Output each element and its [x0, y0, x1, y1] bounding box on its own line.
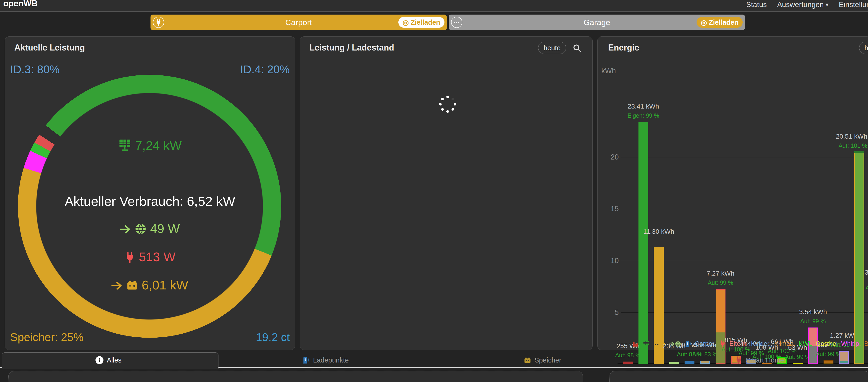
- clipped-bar-aut: A: [865, 285, 868, 291]
- plug-icon: [735, 356, 742, 364]
- plug-icon: [124, 252, 135, 263]
- y-tick-label: 10: [602, 256, 619, 265]
- battery-icon: [126, 279, 138, 291]
- energy-bar-chart: 5101520255 WhAut: 98 %23.41 kWhEigen: 99…: [597, 37, 868, 364]
- legend-label[interactable]: Carpor.: [695, 340, 716, 347]
- brand-logo[interactable]: openWB: [3, 0, 38, 8]
- spinner-dot: [446, 96, 449, 98]
- vehicle-soc-id4: ID.4: 20%: [240, 63, 290, 76]
- bar-value-label: 3.54 kWh: [799, 308, 827, 316]
- vehicle-soc-id3: ID.3: 80%: [10, 63, 60, 76]
- spinner-dot: [451, 108, 455, 111]
- legend-label[interactable]: Eltern.: [730, 340, 748, 347]
- bullseye-icon: ◎: [403, 18, 409, 27]
- bar-cap: [855, 151, 864, 153]
- y-tick-label: 20: [602, 153, 619, 162]
- chargepoint-name: Carport: [285, 18, 312, 27]
- spinner-dot: [441, 97, 444, 101]
- clipped-bar-value: 3.: [865, 269, 868, 276]
- energy-legend: Carpor.Eltern.Kinder.Klimaa.KWLGasthe.Wh…: [632, 340, 868, 347]
- y-tick-label: 15: [602, 205, 619, 213]
- solar-panel-icon: [118, 138, 132, 152]
- bar-aut-label: Aut: 99 %: [800, 318, 826, 325]
- grid-import-row: 49 W: [5, 221, 295, 236]
- chargemode-badge[interactable]: ◎ Zielladen: [398, 17, 444, 28]
- tab-label: Smart Home: [746, 356, 784, 364]
- bar-value-label: 23.41 kWh: [628, 103, 659, 110]
- energy-bar-pv[interactable]: [639, 122, 648, 364]
- tab-label: Speicher: [534, 356, 561, 364]
- legend-label[interactable]: Kinder.: [751, 340, 771, 347]
- battery-soc-label: Speicher: 25%: [10, 331, 84, 344]
- navbar: openWB StatusAuswertungen▾Einstellungen: [0, 0, 868, 12]
- nav-item-status[interactable]: Status: [746, 0, 767, 9]
- plug-icon[interactable]: [153, 17, 164, 28]
- tab-label: Ladepunkte: [313, 356, 349, 364]
- tab-smart-home[interactable]: Smart Home: [651, 353, 868, 368]
- chargemode-badge[interactable]: ◎ Zielladen: [696, 17, 743, 28]
- energy-card: Energie heute kWh 5101520255 WhAut: 98 %…: [597, 36, 868, 350]
- legend-charging-icon[interactable]: [685, 340, 692, 347]
- electricity-price-label: 19.2 ct: [256, 331, 290, 344]
- bar-aut-label: Aut: 101 %: [839, 142, 867, 149]
- pv-power-row: 7,24 kW: [5, 138, 295, 153]
- spinner-dot: [451, 97, 455, 101]
- arrow-right-icon: [112, 280, 123, 291]
- search-icon[interactable]: [572, 44, 582, 53]
- bar-value-label: 20.51 kWh: [836, 133, 867, 140]
- y-tick-label: 5: [602, 308, 619, 317]
- spinner-dot: [441, 108, 444, 111]
- energy-bar-speicher-ladung[interactable]: [855, 152, 864, 364]
- chargepoint-name: Garage: [584, 18, 610, 27]
- loading-spinner: [438, 94, 457, 114]
- chevron-down-icon: ▾: [826, 1, 829, 8]
- legend-label[interactable]: Gasthe.: [815, 340, 838, 347]
- nav-item-auswertungen[interactable]: Auswertungen▾: [777, 0, 829, 9]
- legend-solar-icon[interactable]: [643, 340, 650, 347]
- spinner-dot: [439, 103, 442, 105]
- tab-speicher[interactable]: Speicher: [434, 353, 651, 368]
- legend-label[interactable]: BLWSn: [864, 340, 868, 347]
- tab-label: Alles: [107, 356, 122, 364]
- chargepoint-pill-garage[interactable]: ... Garage ◎ Zielladen: [449, 14, 745, 30]
- next-card-stub-left: [8, 371, 583, 382]
- consumption-row: Aktueller Verbrauch: 6,52 kW: [5, 194, 295, 209]
- chargemode-label: Zielladen: [709, 19, 738, 26]
- gridline: [621, 157, 868, 158]
- ellipsis-icon[interactable]: ...: [451, 17, 462, 28]
- bar-value-label: 1.27 kWh: [830, 332, 858, 339]
- bar-value-label: 7.27 kWh: [707, 270, 734, 277]
- legend-globe-in-icon[interactable]: [669, 341, 681, 347]
- legend-label[interactable]: Whirlp.: [841, 340, 861, 347]
- chargepoint-pill-row: Carport ◎ Zielladen ... Garage ◎ Ziellad…: [151, 14, 745, 30]
- card-title: Leistung / Ladestand: [309, 43, 394, 53]
- openwb-dashboard: openWB StatusAuswertungen▾Einstellungen …: [0, 0, 868, 382]
- chargemode-label: Zielladen: [411, 19, 440, 26]
- info-icon: i: [95, 356, 103, 364]
- battery-charge-row: 6,01 kW: [5, 278, 295, 292]
- spinner-dot: [446, 110, 449, 113]
- bar-aut-label: Aut: 99 %: [708, 279, 733, 286]
- nav-menu: StatusAuswertungen▾Einstellungen: [746, 0, 868, 9]
- battery-icon: [524, 356, 531, 364]
- bar-aut-label: Eigen: 99 %: [627, 112, 659, 119]
- card-title: Aktuelle Leistung: [14, 43, 85, 53]
- dashboard-tabbar: iAllesLadepunkteSpeicherSmart Home: [0, 353, 868, 368]
- tab-ladepunkte[interactable]: Ladepunkte: [217, 353, 434, 368]
- power-soc-chart-card: Leistung / Ladestand heute: [300, 36, 593, 350]
- legend-label[interactable]: KWL: [799, 340, 812, 347]
- globe-icon: [134, 223, 147, 235]
- legend-label[interactable]: Klimaa.: [774, 340, 795, 347]
- range-today-button[interactable]: heute: [538, 42, 566, 54]
- legend-plug-icon[interactable]: [719, 340, 726, 347]
- chargepoint-pill-carport[interactable]: Carport ◎ Zielladen: [151, 14, 447, 30]
- spinner-dot: [454, 103, 456, 105]
- legend-factory-icon[interactable]: [632, 340, 640, 347]
- current-power-card: Aktuelle Leistung ID.3: 80% ID.4: 20% 7,…: [5, 36, 295, 350]
- bullseye-icon: ◎: [701, 18, 707, 27]
- charging-icon: [302, 356, 310, 364]
- tab-alles[interactable]: iAlles: [0, 353, 217, 368]
- legend-battery-out-icon[interactable]: [653, 340, 666, 347]
- nav-item-einstellungen[interactable]: Einstellungen: [839, 0, 868, 9]
- next-card-stub-right: [609, 371, 868, 382]
